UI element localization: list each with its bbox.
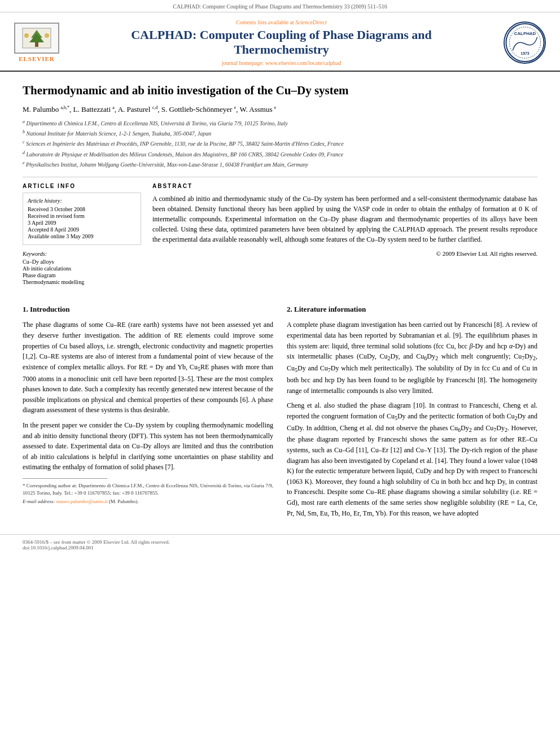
accepted-date: Accepted 8 April 2009: [28, 226, 136, 233]
intro-paragraph-1: The phase diagrams of some Cu–RE (rare e…: [23, 320, 273, 416]
homepage-url: www.elsevier.com/locate/calphad: [265, 60, 341, 66]
calphad-logo-circle: CALPHAD 1973: [504, 21, 546, 64]
intro-section-title: 1. Introduction: [23, 304, 273, 315]
footnote-email: E-mail address: mauro.palumbo@unito.it (…: [23, 498, 273, 505]
footnote-separator: [23, 478, 107, 479]
info-abstract-columns: ARTICLE INFO Article history: Received 3…: [23, 177, 537, 286]
affiliation-c: c Sciences et Ingénierie des Matériaux e…: [23, 139, 537, 148]
keyword-3: Phase diagram: [23, 272, 141, 278]
received-date: Received 3 October 2008: [28, 206, 136, 212]
affiliation-e: e Physikalisches Institut, Johann Wolfga…: [23, 160, 537, 169]
journal-title: CALPHAD: Computer Coupling of Phase Diag…: [68, 28, 495, 58]
received-revised-date: 3 April 2009: [28, 220, 136, 226]
abstract-section: ABSTRACT A combined ab initio and thermo…: [152, 183, 537, 286]
journal-homepage: journal homepage: www.elsevier.com/locat…: [68, 60, 495, 66]
journal-citation: CALPHAD: Computer Coupling of Phase Diag…: [173, 3, 387, 10]
elsevier-logo-image: [14, 23, 59, 54]
elsevier-brand-text: ELSEVIER: [19, 55, 55, 62]
elsevier-logo: ELSEVIER: [11, 23, 62, 62]
literature-paragraph-2: Cheng et al. also studied the phase diag…: [287, 400, 537, 518]
two-column-body: 1. Introduction The phase diagrams of so…: [23, 303, 537, 523]
received-revised-label: Received in revised form: [28, 213, 136, 219]
article-content: Thermodynamic and ab initio investigatio…: [0, 72, 560, 297]
email-link: mauro.palumbo@unito.it: [56, 499, 108, 504]
keywords-label: Keywords:: [23, 251, 141, 257]
article-info-column: ARTICLE INFO Article history: Received 3…: [23, 183, 141, 286]
body-content: 1. Introduction The phase diagrams of so…: [0, 297, 560, 534]
footnote-star: * Corresponding author at: Dipartimento …: [23, 482, 273, 496]
svg-text:CALPHAD: CALPHAD: [514, 31, 536, 36]
footer-issn: 0364-5916/$ – see front matter © 2009 El…: [23, 539, 537, 545]
svg-point-6: [506, 24, 544, 62]
svg-point-4: [24, 33, 29, 38]
intro-paragraph-2: In the present paper we consider the Cu–…: [23, 420, 273, 473]
affiliation-d: d Laboratoire de Physique et Modélisatio…: [23, 150, 537, 159]
abstract-title: ABSTRACT: [152, 183, 537, 189]
svg-rect-3: [35, 42, 38, 47]
affiliation-b: b National Institute for Materials Scien…: [23, 129, 537, 138]
literature-paragraph-1: A complete phase diagram investigation h…: [287, 320, 537, 396]
footer-doi: doi:10.1016/j.calphad.2009.04.001: [23, 545, 537, 551]
svg-point-5: [45, 33, 49, 38]
sciencedirect-text: ScienceDirect: [295, 19, 327, 25]
calphad-logo: CALPHAD 1973: [501, 21, 549, 64]
keyword-2: Ab initio calculations: [23, 265, 141, 272]
keyword-1: Cu–Dy alloys: [23, 259, 141, 265]
top-bar: CALPHAD: Computer Coupling of Phase Diag…: [0, 0, 560, 12]
journal-header: ELSEVIER Contents lists available at Sci…: [0, 12, 560, 72]
article-title: Thermodynamic and ab initio investigatio…: [23, 83, 537, 98]
article-history-label: Article history:: [28, 198, 136, 204]
literature-section-title: 2. Literature information: [287, 304, 537, 315]
available-online: Available online 3 May 2009: [28, 233, 136, 239]
sciencedirect-link: Contents lists available at ScienceDirec…: [68, 19, 495, 25]
copyright: © 2009 Elsevier Ltd. All rights reserved…: [152, 250, 537, 257]
affiliation-a: a Dipartimento di Chimica I.F.M., Centro…: [23, 119, 537, 128]
page-footer: 0364-5916/$ – see front matter © 2009 El…: [0, 534, 560, 555]
article-history-box: Article history: Received 3 October 2008…: [23, 193, 141, 245]
authors: M. Palumbo a,b,*, L. Battezzati a, A. Pa…: [23, 104, 537, 115]
article-info-title: ARTICLE INFO: [23, 183, 141, 189]
literature-column: 2. Literature information A complete pha…: [287, 303, 537, 523]
abstract-text: A combined ab initio and thermodynamic s…: [152, 194, 537, 244]
affiliations: a Dipartimento di Chimica I.F.M., Centro…: [23, 119, 537, 169]
keyword-4: Thermodynamic modelling: [23, 279, 141, 285]
svg-text:1973: 1973: [520, 51, 529, 55]
keywords-section: Keywords: Cu–Dy alloys Ab initio calcula…: [23, 251, 141, 285]
introduction-column: 1. Introduction The phase diagrams of so…: [23, 303, 273, 523]
journal-center: Contents lists available at ScienceDirec…: [68, 19, 495, 66]
